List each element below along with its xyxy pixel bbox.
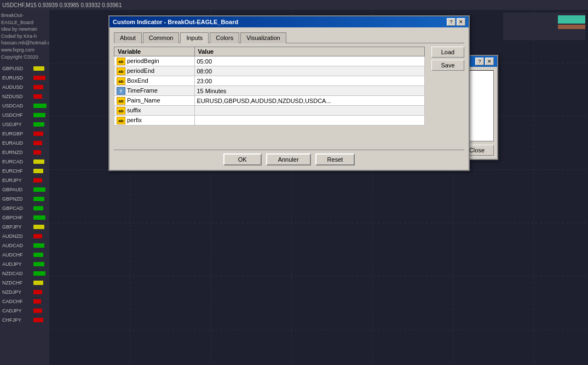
- coded-by: Coded by Kira-h: [1, 33, 48, 40]
- var-cell: abperfix: [114, 116, 195, 126]
- pair-row: EURGBP: [1, 129, 48, 138]
- pair-bar: [33, 243, 44, 248]
- bottom-buttons: OK Annuler Reset: [114, 150, 464, 166]
- pair-name: EURUSD: [2, 75, 32, 81]
- dialog-main-close-btn[interactable]: ✕: [457, 18, 465, 26]
- svg-rect-13: [558, 15, 585, 24]
- pair-row: CHFJPY: [1, 315, 48, 324]
- pair-bar: [33, 253, 43, 257]
- table-row[interactable]: abPairs_NameEURUSD,GBPUSD,AUDUSD,NZDUSD,…: [114, 96, 425, 106]
- tab-visualization[interactable]: Visualization: [240, 32, 286, 43]
- pair-name: AUDCHF: [2, 252, 32, 258]
- value-cell[interactable]: 05:00: [194, 56, 425, 66]
- pair-row: GBPNZD: [1, 194, 48, 203]
- pair-name: EURJPY: [2, 178, 32, 183]
- table-row[interactable]: abperfix: [114, 116, 425, 126]
- svg-rect-14: [558, 25, 585, 29]
- dialog-secondary-help-btn[interactable]: ?: [475, 58, 484, 65]
- tab-common[interactable]: Common: [143, 32, 180, 43]
- pair-name: CADCHF: [2, 299, 32, 304]
- pair-row: EURNZD: [1, 147, 48, 157]
- pair-bar: [33, 94, 42, 99]
- value-cell[interactable]: [194, 106, 425, 116]
- top-bar: USDCHF,M15 0.93939 0.93985 0.93932 0.939…: [0, 0, 588, 10]
- pair-bar: [33, 318, 43, 322]
- table-row[interactable]: absuffix: [114, 106, 425, 116]
- pair-name: GBPNZD: [2, 196, 32, 202]
- pair-name: GBPCHF: [2, 215, 32, 220]
- ok-button[interactable]: OK: [223, 153, 262, 166]
- idea-credit: Idea by newman: [1, 26, 48, 33]
- reset-button[interactable]: Reset: [315, 153, 355, 166]
- pair-row: AUDCAD: [1, 241, 48, 250]
- var-cell: abPairs_Name: [114, 96, 195, 106]
- value-cell[interactable]: [194, 116, 425, 126]
- value-cell[interactable]: EURUSD,GBPUSD,AUDUSD,NZDUSD,USDCA...: [194, 96, 425, 106]
- pair-bar: [33, 104, 47, 108]
- ab-icon: ab: [117, 97, 125, 105]
- table-and-buttons: Variable Value abperiodBegin05:00abperio…: [114, 47, 464, 145]
- pairs-list: GBPUSDEURUSDAUDUSDNZDUSDUSDCADUSDCHFUSDJ…: [1, 64, 48, 324]
- pair-row: CADCHF: [1, 296, 48, 306]
- pair-row: EURAUD: [1, 138, 48, 147]
- inputs-table: Variable Value abperiodBegin05:00abperio…: [114, 47, 425, 126]
- pair-bar: [33, 281, 43, 285]
- indicator-name: BreakOut-EAGLE_Board: [1, 12, 48, 26]
- pair-row: AUDJPY: [1, 259, 48, 269]
- pair-bar: [33, 76, 45, 80]
- save-button[interactable]: Save: [431, 60, 464, 71]
- table-row[interactable]: TTimeFrame15 Minutes: [114, 86, 425, 96]
- var-cell: abperiodEnd: [114, 66, 195, 76]
- tab-colors[interactable]: Colors: [210, 32, 239, 43]
- left-sidebar: BreakOut-EAGLE_Board Idea by newman Code…: [0, 10, 49, 365]
- ab-icon: ab: [117, 67, 125, 75]
- dialog-main-body: About Common Inputs Colors Visualization…: [109, 27, 469, 170]
- pair-name: AUDNZD: [2, 233, 32, 239]
- pair-name: GBPJPY: [2, 224, 32, 230]
- table-row[interactable]: abBoxEnd23:00: [114, 76, 425, 86]
- var-cell: absuffix: [114, 106, 195, 116]
- pair-row: NZDCAD: [1, 269, 48, 278]
- dialog-main[interactable]: Custom Indicator - BreakOut-EAGLE_Board …: [108, 15, 470, 171]
- pair-name: EURCAD: [2, 159, 32, 164]
- pair-bar: [33, 234, 42, 238]
- pair-name: USDCHF: [2, 112, 32, 118]
- pair-bar: [33, 225, 44, 229]
- mini-chart: [503, 13, 585, 40]
- load-button[interactable]: Load: [431, 47, 464, 58]
- tabs-row: About Common Inputs Colors Visualization: [114, 32, 464, 43]
- contact-email: hassan.mb@hotmail.com: [1, 39, 48, 47]
- pair-name: AUDJPY: [2, 261, 32, 267]
- pair-bar: [33, 159, 44, 164]
- col-variable: Variable: [114, 47, 195, 56]
- pair-row: GBPJPY: [1, 222, 48, 231]
- value-cell[interactable]: 08:00: [194, 66, 425, 76]
- pair-row: NZDUSD: [1, 92, 48, 101]
- pair-name: USDCAD: [2, 103, 32, 109]
- pair-name: GBPAUD: [2, 187, 32, 192]
- col-value: Value: [194, 47, 425, 56]
- pair-row: GBPCAD: [1, 203, 48, 213]
- pair-name: AUDCAD: [2, 243, 32, 248]
- tab-inputs[interactable]: Inputs: [180, 32, 209, 43]
- dialog-secondary-close-btn[interactable]: ✕: [485, 58, 494, 65]
- pair-name: EURCHF: [2, 168, 32, 174]
- table-row[interactable]: abperiodEnd08:00: [114, 66, 425, 76]
- dialog-main-titlebar: Custom Indicator - BreakOut-EAGLE_Board …: [109, 16, 469, 27]
- chart-symbol-info: USDCHF,M15 0.93939 0.93985 0.93932 0.939…: [2, 2, 122, 8]
- value-cell[interactable]: 15 Minutes: [194, 86, 425, 96]
- pair-row: GBPCHF: [1, 213, 48, 222]
- pair-name: USDJPY: [2, 122, 32, 127]
- pair-name: GBPUSD: [2, 66, 32, 71]
- pair-bar: [33, 299, 41, 304]
- pair-name: GBPCAD: [2, 206, 32, 211]
- pair-bar: [33, 309, 42, 313]
- pair-bar: [33, 206, 43, 210]
- dialog-main-help-btn[interactable]: ?: [447, 18, 456, 26]
- table-row[interactable]: abperiodBegin05:00: [114, 56, 425, 66]
- value-cell[interactable]: 23:00: [194, 76, 425, 86]
- tab-about[interactable]: About: [114, 32, 142, 43]
- ab-icon: ab: [117, 117, 125, 124]
- annuler-button[interactable]: Annuler: [266, 153, 311, 166]
- pair-name: NZDJPY: [2, 289, 32, 295]
